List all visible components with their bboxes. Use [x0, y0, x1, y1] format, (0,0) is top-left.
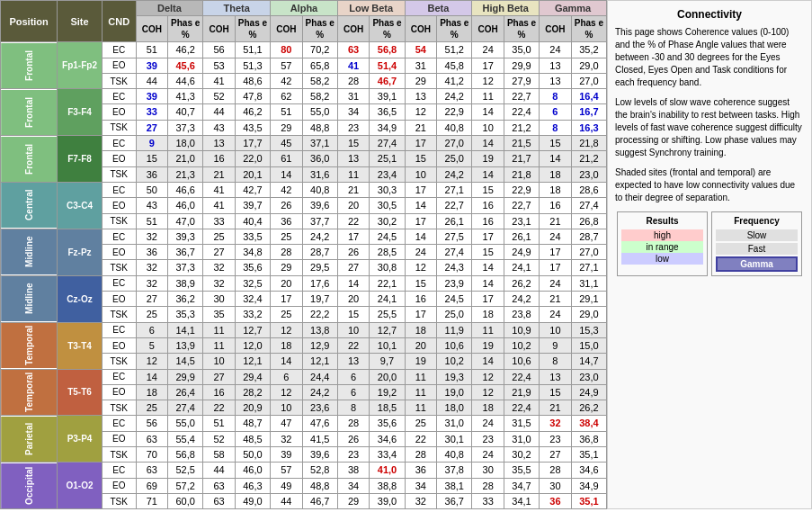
position-header: Position — [1, 1, 58, 42]
beta-coh-cell: 32 — [405, 493, 437, 508]
lowbeta-phase-cell: 30,3 — [370, 182, 405, 197]
delta-coh-cell: 27 — [136, 292, 168, 307]
alpha-phase-cell: 39,6 — [302, 447, 337, 463]
beta-phase-cell: 45,8 — [437, 58, 472, 73]
cnd-cell: EO — [102, 431, 136, 446]
beta-coh-cell: 14 — [405, 229, 437, 244]
theta-coh-cell: 63 — [203, 493, 236, 508]
beta-coh-cell: 21 — [405, 120, 437, 135]
theta-coh-cell: 25 — [203, 229, 236, 244]
lowbeta-coh-cell: 17 — [337, 229, 370, 244]
gamma-coh-cell: 17 — [540, 260, 572, 275]
gamma-coh-cell: 16 — [540, 198, 572, 213]
table-row: TemporalT5-T6EC1429,92729,4624,4620,0111… — [1, 369, 607, 384]
theta-coh-cell: 43 — [203, 120, 236, 135]
theta-coh-cell: 56 — [203, 42, 236, 58]
gamma-coh-cell: 15 — [540, 384, 572, 400]
alpha-phase-cell: 17,6 — [302, 275, 337, 291]
alpha-coh-cell: 18 — [271, 337, 303, 353]
cnd-cell: EC — [102, 369, 136, 384]
theta-header: Theta — [203, 1, 271, 16]
delta-coh-cell: 63 — [136, 431, 168, 446]
beta-phase-cell: 23,9 — [437, 275, 472, 291]
beta-phase-cell: 27,0 — [437, 136, 472, 151]
delta-phase-cell: 44,6 — [168, 73, 203, 88]
highbeta-coh-cell: 14 — [472, 136, 504, 151]
highbeta-phase-cell: 23,1 — [504, 213, 539, 229]
theta-coh-cell: 63 — [203, 478, 236, 493]
lowbeta-phase-cell: 12,7 — [370, 322, 405, 337]
alpha-coh-cell: 36 — [271, 213, 303, 229]
delta-coh-cell: 36 — [136, 245, 168, 260]
alpha-phase-cell: 48,8 — [302, 478, 337, 493]
lowbeta-coh-cell: 28 — [337, 73, 370, 88]
highbeta-coh-cell: 28 — [472, 478, 504, 493]
lowbeta-coh-cell: 22 — [337, 213, 370, 229]
results-title: Results — [621, 216, 703, 226]
gamma-phase-cell: 15,3 — [571, 322, 606, 337]
position-cell: Temporal — [1, 369, 58, 416]
theta-coh-cell: 41 — [203, 182, 236, 197]
position-cell: Occipital — [1, 463, 58, 509]
cnd-cell: EO — [102, 58, 136, 73]
lowbeta-phase-cell: 25,5 — [370, 307, 405, 322]
gamma-coh-cell: 24 — [540, 307, 572, 322]
gamma-phase-cell: 23,0 — [571, 369, 606, 384]
alpha-phase-cell: 65,8 — [302, 58, 337, 73]
delta-coh-cell: 6 — [136, 322, 168, 337]
beta-phase-cell: 36,7 — [437, 493, 472, 508]
gamma-coh-cell: 17 — [540, 245, 572, 260]
delta-coh-cell: 32 — [136, 229, 168, 244]
delta-coh-cell: 9 — [136, 136, 168, 151]
freq-gamma[interactable]: Gamma — [716, 256, 798, 272]
highbeta-coh-cell: 23 — [472, 431, 504, 446]
cnd-cell: EO — [102, 245, 136, 260]
delta-phase-cell: 37,3 — [168, 260, 203, 275]
highbeta-phase-cell: 22,7 — [504, 198, 539, 213]
lowbeta-coh-cell: 22 — [337, 337, 370, 353]
alpha-coh-cell: 10 — [271, 400, 303, 416]
delta-phase-cell: 27,4 — [168, 400, 203, 416]
lowbeta-phase-cell: 24,1 — [370, 292, 405, 307]
alpha-coh-header: COH — [271, 16, 303, 42]
table-row: OccipitalO1-O2EC6352,54446,05752,83841,0… — [1, 463, 607, 478]
alpha-phase-cell: 70,2 — [302, 42, 337, 58]
gamma-coh-cell: 15 — [540, 136, 572, 151]
highbeta-coh-cell: 17 — [472, 292, 504, 307]
site-cell: T5-T6 — [58, 369, 103, 416]
beta-coh-header: COH — [405, 16, 437, 42]
cnd-cell: EC — [102, 89, 136, 104]
delta-coh-cell: 33 — [136, 104, 168, 120]
gamma-phase-cell: 26,8 — [571, 213, 606, 229]
site-cell: O1-O2 — [58, 463, 103, 509]
highbeta-coh-cell: 14 — [472, 275, 504, 291]
gamma-phase-cell: 34,9 — [571, 478, 606, 493]
alpha-coh-cell: 42 — [271, 182, 303, 197]
beta-coh-cell: 11 — [405, 384, 437, 400]
lowbeta-coh-cell: 14 — [337, 275, 370, 291]
gamma-phase-cell: 31,1 — [571, 275, 606, 291]
delta-phase-cell: 26,4 — [168, 384, 203, 400]
site-cell: F3-F4 — [58, 89, 103, 136]
gamma-coh-cell: 13 — [540, 73, 572, 88]
highbeta-phase-cell: 21,9 — [504, 384, 539, 400]
beta-coh-cell: 17 — [405, 213, 437, 229]
lowbeta-coh-cell: 28 — [337, 416, 370, 431]
theta-coh-cell: 21 — [203, 166, 236, 182]
gamma-coh-cell: 14 — [540, 151, 572, 166]
lowbeta-coh-cell: 41 — [337, 58, 370, 73]
highbeta-coh-cell: 17 — [472, 58, 504, 73]
gamma-phase-cell: 36,8 — [571, 431, 606, 446]
alpha-coh-cell: 29 — [271, 120, 303, 135]
highbeta-phase-cell: 21,8 — [504, 166, 539, 182]
theta-coh-cell: 41 — [203, 73, 236, 88]
lowbeta-phase-cell: 23,4 — [370, 166, 405, 182]
delta-phase-cell: 18,0 — [168, 136, 203, 151]
lowbeta-phase-cell: 20,0 — [370, 369, 405, 384]
cnd-cell: EO — [102, 337, 136, 353]
theta-phase-cell: 48,5 — [235, 431, 270, 446]
info-body1: This page shows Coherence values (0-100)… — [615, 26, 804, 89]
beta-coh-cell: 17 — [405, 136, 437, 151]
lowbeta-phase-cell: 27,4 — [370, 136, 405, 151]
theta-coh-cell: 13 — [203, 136, 236, 151]
